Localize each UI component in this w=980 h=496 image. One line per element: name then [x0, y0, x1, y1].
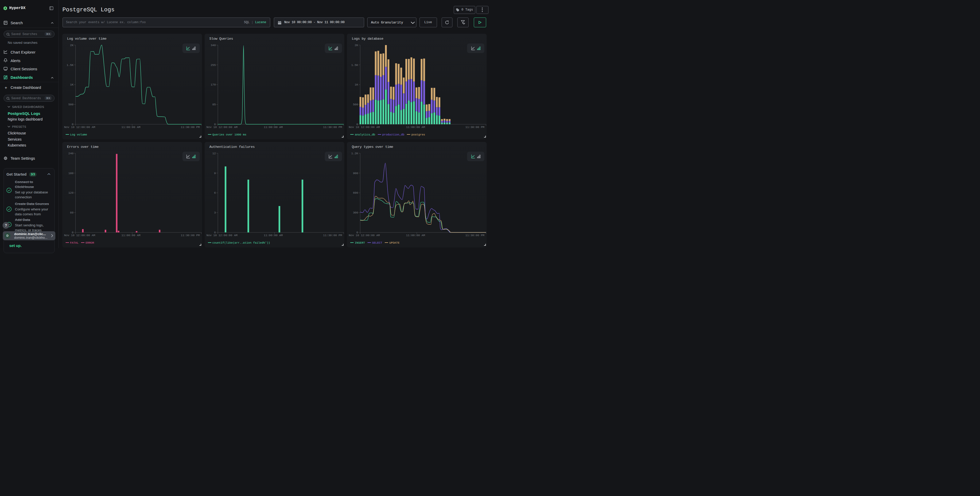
- svg-text:9: 9: [214, 172, 216, 175]
- svg-text:11:30:00 PM: 11:30:00 PM: [181, 234, 200, 237]
- svg-text:11:30:00 PM: 11:30:00 PM: [323, 234, 342, 237]
- svg-text:60: 60: [70, 211, 73, 214]
- svg-text:11:30:00 PM: 11:30:00 PM: [323, 125, 342, 129]
- svg-text:12: 12: [212, 152, 216, 155]
- svg-text:1.5K: 1.5K: [351, 63, 358, 67]
- svg-text:Nov 10 12:00:00 AM: Nov 10 12:00:00 AM: [64, 234, 95, 237]
- svg-text:500: 500: [353, 103, 358, 106]
- svg-text:1.5K: 1.5K: [67, 63, 73, 67]
- svg-text:1K: 1K: [70, 83, 73, 86]
- svg-text:3: 3: [214, 211, 216, 214]
- svg-text:11:30:00 PM: 11:30:00 PM: [181, 125, 200, 129]
- svg-text:Nov 10 12:00:00 AM: Nov 10 12:00:00 AM: [349, 125, 380, 129]
- svg-text:Nov 10 12:00:00 AM: Nov 10 12:00:00 AM: [207, 125, 237, 129]
- svg-text:255: 255: [210, 63, 216, 67]
- svg-text:300: 300: [353, 211, 358, 214]
- svg-text:11:00:00 AM: 11:00:00 AM: [264, 125, 283, 129]
- svg-text:500: 500: [68, 103, 73, 106]
- svg-text:1.2K: 1.2K: [351, 152, 358, 155]
- svg-text:2K: 2K: [70, 43, 73, 47]
- svg-text:11:30:00 PM: 11:30:00 PM: [465, 125, 484, 129]
- svg-text:11:00:00 AM: 11:00:00 AM: [264, 234, 283, 237]
- svg-text:120: 120: [68, 191, 73, 195]
- svg-text:11:00:00 AM: 11:00:00 AM: [121, 234, 140, 237]
- svg-text:Nov 10 12:00:00 AM: Nov 10 12:00:00 AM: [349, 234, 380, 237]
- svg-text:180: 180: [68, 172, 73, 175]
- svg-text:2K: 2K: [355, 43, 358, 47]
- svg-text:340: 340: [210, 43, 216, 47]
- svg-text:170: 170: [210, 83, 216, 86]
- svg-text:11:00:00 AM: 11:00:00 AM: [406, 234, 425, 237]
- svg-text:11:00:00 AM: 11:00:00 AM: [121, 125, 140, 129]
- svg-text:1K: 1K: [355, 83, 358, 86]
- svg-text:240: 240: [68, 152, 73, 155]
- svg-text:Nov 10 12:00:00 AM: Nov 10 12:00:00 AM: [64, 125, 95, 129]
- svg-text:600: 600: [353, 191, 358, 195]
- svg-text:900: 900: [353, 172, 358, 175]
- svg-text:11:30:00 PM: 11:30:00 PM: [465, 234, 484, 237]
- svg-text:85: 85: [212, 103, 216, 106]
- svg-text:6: 6: [214, 191, 216, 195]
- svg-text:Nov 10 12:00:00 AM: Nov 10 12:00:00 AM: [207, 234, 237, 237]
- svg-text:11:00:00 AM: 11:00:00 AM: [406, 125, 425, 129]
